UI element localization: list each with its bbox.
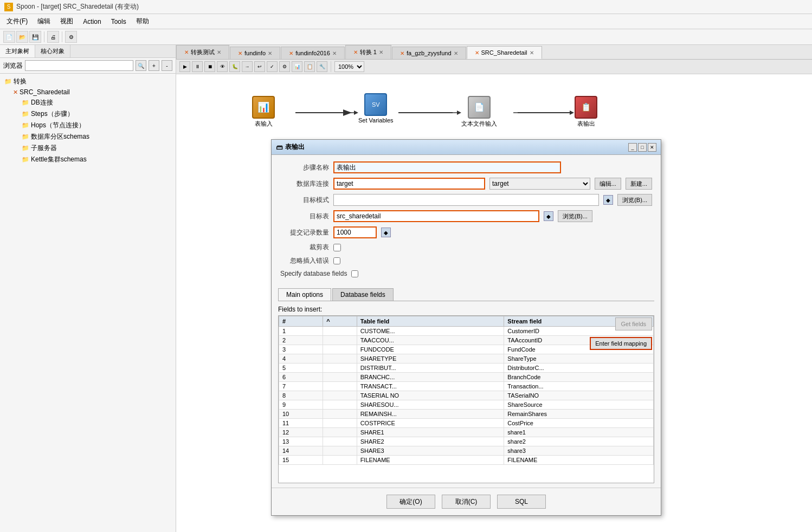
- tree-db-link[interactable]: 📁 DB连接: [20, 97, 173, 108]
- commit-size-input[interactable]: [333, 226, 377, 238]
- specify-db-checkbox[interactable]: [351, 270, 358, 277]
- target-mode-diamond[interactable]: ◆: [603, 195, 613, 205]
- tab-close-1[interactable]: ✕: [268, 50, 272, 56]
- dialog-table-out: 🗃 表输出 _ □ ✕ 步骤名称: [271, 139, 661, 516]
- preview-btn[interactable]: 👁: [217, 61, 228, 72]
- dialog-minimize[interactable]: _: [628, 143, 637, 152]
- tab-close-2[interactable]: ✕: [332, 50, 337, 56]
- search-input[interactable]: [25, 60, 133, 71]
- cell-sort: [323, 336, 357, 345]
- table-row[interactable]: 1 CUSTOME... CustomerID: [279, 327, 654, 336]
- target-mode-input[interactable]: [333, 194, 599, 206]
- cell-sort: [323, 391, 357, 400]
- tab-5[interactable]: ✕ SRC_Sharedetail ✕: [467, 46, 542, 59]
- cell-num: 7: [279, 382, 323, 391]
- pause-btn[interactable]: ⏸: [192, 61, 203, 72]
- toolbar-settings[interactable]: ⚙: [65, 31, 77, 43]
- table-row[interactable]: 10 REMAINSH... RemainShares: [279, 410, 654, 419]
- menu-edit[interactable]: 编辑: [33, 15, 55, 28]
- collapse-button[interactable]: -: [162, 60, 172, 71]
- expand-button[interactable]: +: [149, 60, 159, 71]
- db-edit-btn[interactable]: 编辑...: [595, 178, 621, 190]
- dialog-tab-main[interactable]: Main options: [278, 288, 331, 301]
- tab-4[interactable]: ✕ fa_gzb_zyysfund ✕: [392, 47, 466, 59]
- table-row[interactable]: 5 DISTRIBUT... DistributorC...: [279, 364, 654, 373]
- dialog-tabs: Main options Database fields: [278, 288, 654, 301]
- menu-action[interactable]: Action: [79, 16, 105, 27]
- tree-schemas-label: 数据库分区schemas: [31, 132, 89, 141]
- target-mode-browse[interactable]: 浏览(B)...: [617, 194, 652, 206]
- table-row[interactable]: 7 TRANSACT... Transaction...: [279, 382, 654, 391]
- stop-btn[interactable]: ⏹: [204, 61, 215, 72]
- tab-label-0: 转换测试: [191, 48, 215, 56]
- dialog-maximize[interactable]: □: [638, 143, 647, 152]
- db-new-btn[interactable]: 新建...: [626, 178, 652, 190]
- table-row[interactable]: 8 TASERIAL NO TASerialNO: [279, 391, 654, 400]
- check-btn[interactable]: ✓: [267, 61, 278, 72]
- tree-db-schemas[interactable]: 📁 数据库分区schemas: [20, 131, 173, 142]
- run-btn[interactable]: ▶: [179, 61, 190, 72]
- more-btn3[interactable]: 📋: [304, 61, 315, 72]
- tab-core-objects[interactable]: 核心对象: [35, 45, 70, 57]
- truncate-checkbox[interactable]: [333, 244, 341, 251]
- tab-main-objects[interactable]: 主对象树: [0, 45, 35, 57]
- target-table-input[interactable]: [333, 210, 539, 222]
- ok-button[interactable]: 确定(O): [386, 495, 435, 509]
- tree-kettle-schemas[interactable]: 📁 Kettle集群schemas: [20, 154, 173, 165]
- toolbar-save[interactable]: 💾: [29, 31, 41, 43]
- more-btn2[interactable]: 📊: [292, 61, 302, 72]
- get-fields-btn[interactable]: Get fields: [615, 317, 652, 330]
- more-btn1[interactable]: ⚙: [279, 61, 290, 72]
- table-row[interactable]: 12 SHARE1 share1: [279, 428, 654, 437]
- commit-diamond[interactable]: ◆: [381, 228, 391, 237]
- debug-btn[interactable]: 🐛: [229, 61, 240, 72]
- menu-file[interactable]: 文件(F): [2, 15, 32, 28]
- menu-help[interactable]: 帮助: [132, 15, 153, 28]
- menu-view[interactable]: 视图: [56, 15, 78, 28]
- form-row-target-mode: 目标模式 ◆ 浏览(B)...: [280, 194, 652, 206]
- tab-close-5[interactable]: ✕: [530, 50, 534, 56]
- tree-steps[interactable]: 📁 Steps（步骤）: [20, 108, 173, 120]
- sql-button[interactable]: SQL: [497, 495, 546, 509]
- table-row[interactable]: 9 SHARESOU... ShareSource: [279, 400, 654, 410]
- tab-close-3[interactable]: ✕: [379, 49, 383, 55]
- folder-icon-steps: 📁: [22, 111, 29, 118]
- target-table-browse[interactable]: 浏览(B)...: [558, 210, 592, 222]
- enter-field-mapping-btn[interactable]: Enter field mapping: [590, 337, 652, 350]
- replay-btn[interactable]: ↩: [254, 61, 265, 72]
- step-btn[interactable]: →: [242, 61, 253, 72]
- db-connection-input[interactable]: [333, 178, 485, 190]
- tree-transform[interactable]: ✕ SRC_Sharedetail: [11, 87, 173, 97]
- tab-3[interactable]: ✕ 转换 1 ✕: [345, 45, 391, 59]
- tab-0[interactable]: ✕ 转换测试 ✕: [176, 45, 229, 59]
- target-table-diamond[interactable]: ◆: [544, 211, 553, 221]
- zoom-select[interactable]: 100% 50% 75% 125% 150% 200%: [334, 61, 364, 72]
- tab-close-4[interactable]: ✕: [454, 50, 458, 56]
- cell-sort: [323, 456, 357, 465]
- dialog-close[interactable]: ✕: [648, 143, 656, 152]
- menu-tools[interactable]: Tools: [107, 16, 131, 27]
- db-connection-select[interactable]: target: [489, 178, 590, 190]
- table-row[interactable]: 6 BRANCHC... BranchCode: [279, 373, 654, 382]
- dialog-overlay: 🗃 表输出 _ □ ✕ 步骤名称: [176, 74, 812, 532]
- toolbar-new[interactable]: 📄: [3, 31, 15, 43]
- step-name-input[interactable]: [333, 161, 561, 173]
- toolbar-open[interactable]: 📂: [16, 31, 28, 43]
- table-row[interactable]: 11 COSTPRICE CostPrice: [279, 419, 654, 428]
- search-button[interactable]: 🔍: [136, 60, 146, 71]
- more-btn4[interactable]: 🔧: [317, 61, 327, 72]
- tree-hops[interactable]: 📁 Hops（节点连接）: [20, 120, 173, 131]
- tab-close-0[interactable]: ✕: [217, 49, 221, 55]
- ignore-error-checkbox[interactable]: [333, 257, 340, 264]
- cancel-button[interactable]: 取消(C): [442, 495, 491, 509]
- tree-root[interactable]: 📁 转换: [2, 76, 173, 87]
- tab-2[interactable]: ✕ fundinfo2016 ✕: [281, 47, 345, 59]
- tree-child-servers[interactable]: 📁 子服务器: [20, 142, 173, 154]
- toolbar-print[interactable]: 🖨: [47, 31, 59, 43]
- table-row[interactable]: 4 SHARETYPE ShareType: [279, 354, 654, 364]
- table-row[interactable]: 13 SHARE2 share2: [279, 437, 654, 446]
- tab-1[interactable]: ✕ fundinfo ✕: [230, 47, 280, 59]
- table-row[interactable]: 15 FILENAME FILENAME: [279, 456, 654, 465]
- dialog-tab-db-fields[interactable]: Database fields: [332, 288, 394, 301]
- table-row[interactable]: 14 SHARE3 share3: [279, 446, 654, 456]
